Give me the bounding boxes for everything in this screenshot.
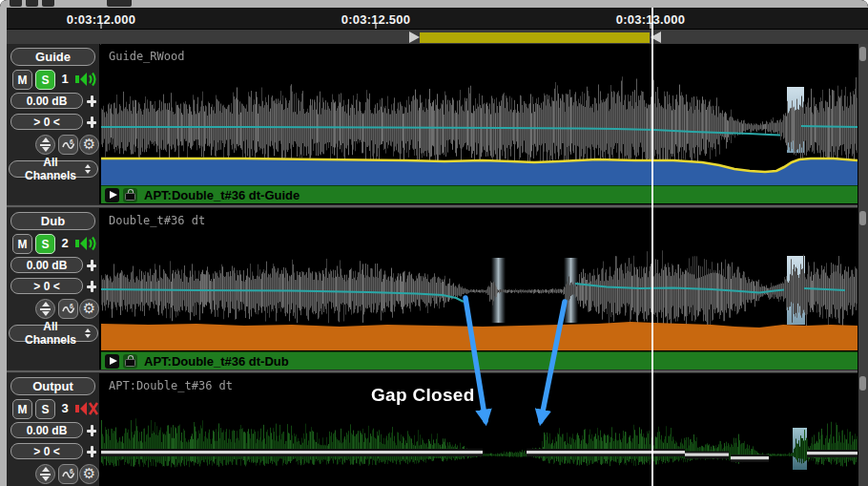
track-number: 3	[58, 401, 72, 415]
time-ruler[interactable]: 0:03:12.000 0:03:12.500 0:03:13.000	[7, 8, 868, 29]
settings-gear-icon[interactable]: ⚙	[79, 464, 99, 484]
selection-range[interactable]	[420, 32, 650, 43]
process-bar-dub[interactable]: APT:Double_t#36 dt-Dub	[101, 351, 858, 370]
align-offset-button[interactable]: > 0 <	[10, 114, 83, 130]
stepper-arrows-icon	[85, 164, 91, 174]
window-chrome	[0, 0, 868, 8]
track-resize-icon[interactable]	[35, 299, 55, 319]
offset-drag-handle-icon[interactable]	[85, 445, 98, 458]
playhead-cursor[interactable]	[651, 8, 653, 486]
process-bar-label: APT:Double_t#36 dt-Guide	[144, 188, 300, 202]
settings-gear-icon[interactable]: ⚙	[79, 299, 99, 319]
scroll-handle[interactable]	[859, 211, 866, 225]
automation-curve-icon[interactable]: 6	[58, 135, 78, 155]
align-offset-button[interactable]: > 0 <	[10, 443, 83, 459]
solo-button[interactable]: S	[35, 70, 55, 90]
selection-start-handle[interactable]	[409, 32, 420, 43]
lock-icon[interactable]	[123, 354, 137, 369]
toolbar-fragment	[26, 0, 38, 7]
clip-label: Guide_RWood	[109, 50, 184, 63]
process-bar-label: APT:Double_t#36 dt-Dub	[144, 354, 289, 369]
track-name-button[interactable]: Output	[10, 377, 95, 395]
play-process-icon[interactable]	[105, 354, 119, 369]
scroll-handle[interactable]	[859, 376, 866, 391]
svg-text:6: 6	[70, 138, 73, 145]
track-resize-icon[interactable]	[35, 464, 55, 484]
vertical-scroll-rail[interactable]	[858, 44, 868, 486]
lock-icon[interactable]	[123, 188, 137, 202]
track-name-button[interactable]: Dub	[10, 212, 95, 230]
automation-curve-icon[interactable]: 6	[58, 464, 78, 484]
dub-track-lane[interactable]: Double_t#36 dt APT:Double_t#36 dt-Dub	[101, 208, 858, 370]
output-track-lane[interactable]: APT:Double_t#36 dt	[101, 373, 858, 486]
gain-button[interactable]: 0.00 dB	[10, 93, 83, 109]
dub-waveform-display[interactable]	[101, 208, 858, 370]
toolbar-fragment	[107, 0, 132, 7]
channel-selector[interactable]: All Channels	[9, 325, 98, 342]
guide-track-lane[interactable]: Guide_RWood APT:Double_t#36 dt-Guide	[101, 44, 858, 204]
settings-gear-icon[interactable]: ⚙	[79, 135, 99, 155]
toolbar-fragment	[10, 0, 22, 7]
speaker-on-icon[interactable]	[74, 70, 99, 89]
track-number: 1	[58, 72, 72, 86]
offset-drag-handle-icon[interactable]	[85, 280, 98, 293]
track-panel-output: Output M S 3 0.00 dB > 0 < 6 ⚙	[7, 373, 100, 486]
mute-button[interactable]: M	[12, 234, 32, 254]
stepper-arrows-icon	[85, 328, 91, 338]
guide-waveform-display[interactable]	[101, 44, 858, 204]
track-panel-dub: Dub M S 2 0.00 dB > 0 < 6 ⚙ All Channels	[7, 208, 100, 370]
svg-text:6: 6	[70, 468, 73, 475]
channel-selector[interactable]: All Channels	[9, 160, 98, 178]
gap-closed-annotation: Gap Closed	[371, 385, 475, 406]
speaker-muted-icon[interactable]	[74, 399, 99, 418]
track-number: 2	[58, 236, 72, 250]
gain-button[interactable]: 0.00 dB	[10, 422, 83, 438]
mute-button[interactable]: M	[12, 70, 32, 90]
scroll-handle[interactable]	[859, 47, 866, 61]
track-resize-icon[interactable]	[35, 135, 55, 155]
clip-label: APT:Double_t#36 dt	[109, 379, 233, 392]
svg-text:6: 6	[70, 303, 73, 309]
track-panel-guide: Guide M S 1 0.00 dB > 0 < 6 ⚙ All Channe…	[7, 44, 100, 204]
automation-curve-icon[interactable]: 6	[58, 299, 78, 319]
view-range-bar[interactable]	[7, 29, 868, 45]
gain-button[interactable]: 0.00 dB	[10, 257, 83, 273]
speaker-on-icon[interactable]	[74, 234, 99, 253]
offset-drag-handle-icon[interactable]	[85, 116, 98, 129]
solo-button[interactable]: S	[35, 234, 55, 254]
solo-button[interactable]: S	[35, 399, 55, 419]
gain-drag-handle-icon[interactable]	[85, 424, 98, 437]
track-name-button[interactable]: Guide	[10, 48, 95, 66]
revoice-pro-session-window: 0:03:12.000 0:03:12.500 0:03:13.000 Guid…	[0, 0, 868, 486]
toolbar-fragment	[42, 0, 54, 7]
play-process-icon[interactable]	[105, 188, 119, 202]
window-left-frame	[0, 8, 7, 486]
align-offset-button[interactable]: > 0 <	[10, 278, 83, 294]
gain-drag-handle-icon[interactable]	[85, 259, 98, 272]
process-bar-guide[interactable]: APT:Double_t#36 dt-Guide	[101, 185, 858, 203]
mute-button[interactable]: M	[12, 399, 32, 419]
clip-label: Double_t#36 dt	[109, 214, 205, 227]
gain-drag-handle-icon[interactable]	[85, 95, 98, 108]
